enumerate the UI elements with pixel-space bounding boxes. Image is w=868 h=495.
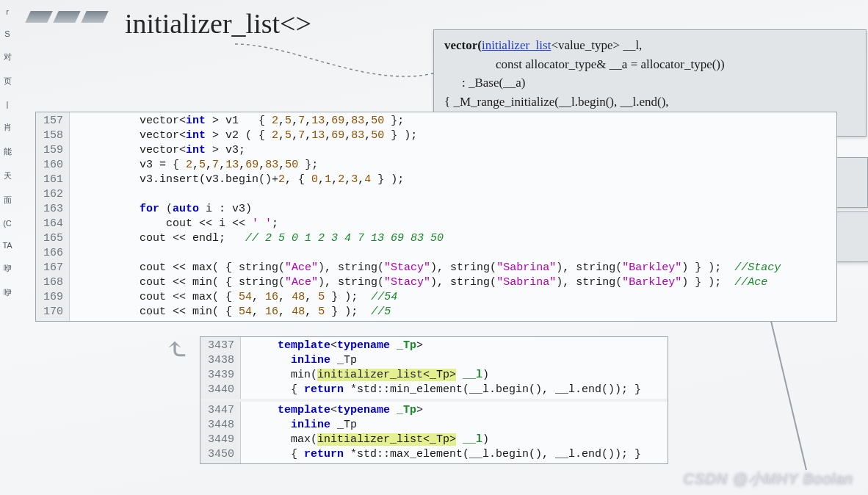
sidebar-fragment: 面 (0, 195, 15, 206)
stl-source-a: template<typename _Tp> inline _Tp min(in… (241, 337, 668, 399)
left-window-edge: rS对页|肖能天面(CTA咿咿 (0, 0, 15, 495)
stl-source-b: template<typename _Tp> inline _Tp max(in… (241, 402, 668, 463)
main-gutter: 157 158 159 160 161 162 163 164 165 166 … (36, 112, 70, 321)
main-code-block: 157 158 159 160 161 162 163 164 165 166 … (35, 112, 837, 322)
main-source: vector<int > v1 { 2,5,7,13,69,83,50 }; v… (70, 112, 836, 321)
sidebar-fragment: TA (0, 241, 15, 250)
sidebar-fragment: 对 (0, 51, 15, 62)
sidebar-fragment: 咿 (0, 263, 15, 274)
sidebar-fragment: 咿 (0, 287, 15, 298)
sidebar-fragment: r (0, 7, 15, 16)
sidebar-fragment: 肖 (0, 122, 15, 133)
watermark: CSDN @小MHY Boolan (684, 469, 853, 489)
stl-gutter-b: 3447 3448 3449 3450 (200, 402, 241, 463)
slide-title: initializer_list<> (125, 7, 311, 40)
sidebar-fragment: 能 (0, 146, 15, 157)
ctor-line1: vector(initializer_list<value_type> __l, (444, 36, 856, 55)
sidebar-fragment: 天 (0, 170, 15, 181)
stl-gutter-a: 3437 3438 3439 3440 (200, 337, 241, 399)
sidebar-fragment: | (0, 100, 15, 109)
header-stripes (28, 11, 106, 23)
curved-arrow-icon: ⤷ (158, 336, 194, 361)
sidebar-fragment: (C (0, 219, 15, 228)
stl-code-block: 3437 3438 3439 3440 template<typename _T… (200, 336, 668, 464)
sidebar-fragment: 页 (0, 76, 15, 87)
sidebar-fragment: S (0, 29, 15, 38)
